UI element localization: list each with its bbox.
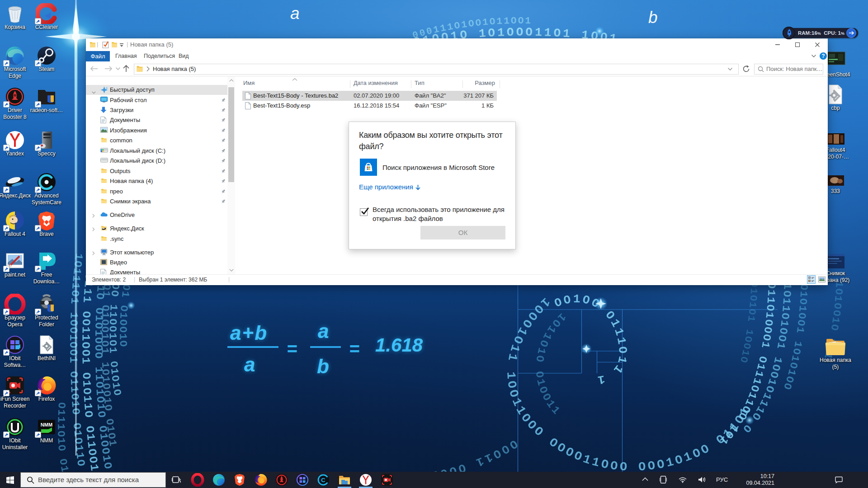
svg-text:a+b: a+b: [230, 322, 268, 344]
svg-text:a: a: [290, 4, 300, 23]
svg-text:a: a: [318, 320, 329, 342]
svg-text:=: =: [349, 339, 359, 359]
svg-text:C: C: [321, 477, 326, 483]
svg-text:b: b: [648, 8, 658, 27]
svg-text:b: b: [317, 355, 329, 377]
svg-text:1.618: 1.618: [375, 334, 423, 356]
svg-text:NMM: NMM: [41, 422, 52, 427]
svg-text:=: =: [287, 339, 297, 359]
svg-text:a: a: [244, 353, 255, 375]
